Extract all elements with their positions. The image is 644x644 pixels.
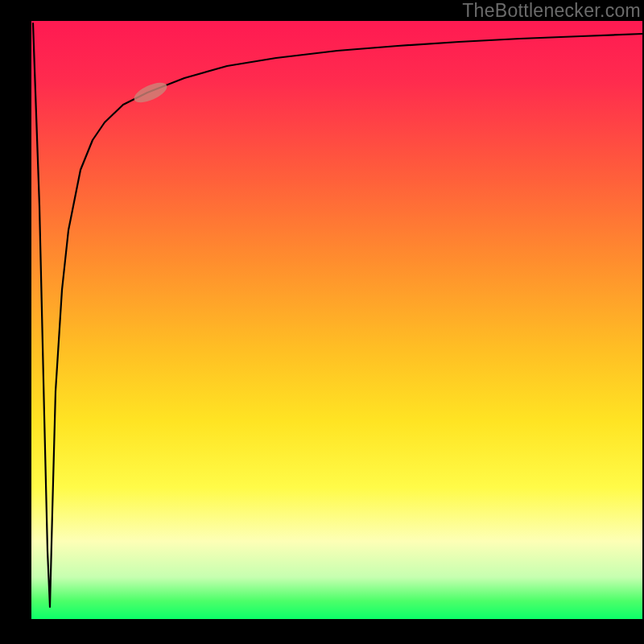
watermark-text: TheBottlenecker.com: [462, 0, 641, 22]
curve-svg: [31, 21, 642, 619]
curve-marker: [131, 79, 170, 106]
chart-container: TheBottlenecker.com: [0, 0, 644, 644]
plot-area: [31, 21, 642, 619]
bottleneck-curve: [33, 23, 642, 607]
